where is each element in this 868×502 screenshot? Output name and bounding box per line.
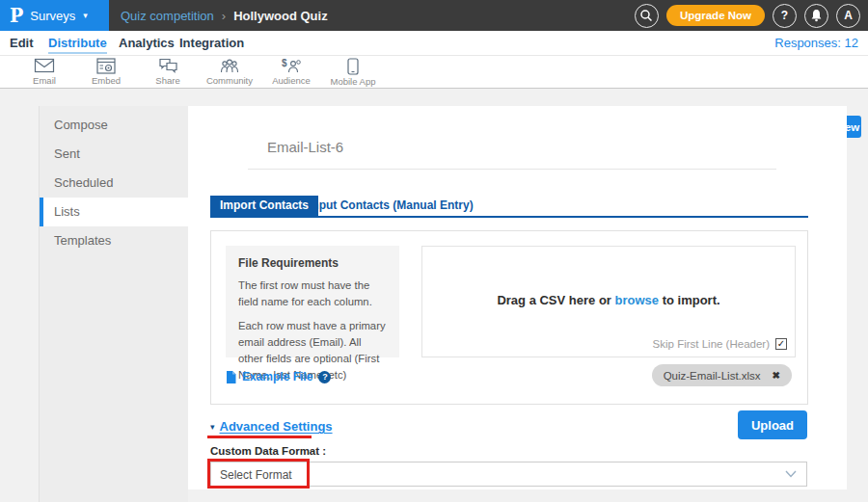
annotation-red-underline — [207, 436, 312, 438]
upload-button[interactable]: Upload — [738, 410, 807, 439]
product-menu-label: Surveys — [30, 9, 75, 23]
surveys-product-menu[interactable]: P Surveys ▾ — [0, 0, 109, 31]
channel-label: Embed — [92, 75, 121, 86]
example-file-link[interactable]: Example File — [242, 370, 312, 383]
breadcrumb: Quiz competition › Hollywood Quiz — [121, 9, 328, 23]
search-button[interactable] — [635, 4, 659, 28]
csv-dropzone[interactable]: Drag a CSV here or browse to import. Ski… — [421, 246, 796, 357]
select-format-value: Select Format — [220, 462, 292, 488]
avatar-letter: A — [844, 9, 853, 22]
caret-down-icon: ▾ — [210, 422, 215, 432]
sidebar-item-sent[interactable]: Sent — [40, 140, 188, 169]
email-sidebar: Compose Sent Scheduled Lists Templates — [39, 106, 188, 502]
channel-label: Community — [206, 75, 253, 86]
tab-input-contacts-manual[interactable]: Input Contacts (Manual Entry) — [301, 196, 481, 216]
help-icon[interactable]: ? — [318, 371, 331, 383]
tab-edit[interactable]: Edit — [10, 36, 34, 50]
skip-first-line-row: Skip First Line (Header) ✓ — [653, 338, 787, 350]
channel-mobile-app[interactable]: Mobile App — [322, 58, 384, 87]
channel-audience[interactable]: $ Audience — [260, 58, 322, 86]
audience-icon: $ — [281, 58, 302, 74]
breadcrumb-separator-icon: › — [222, 9, 226, 23]
tabs-underline — [210, 216, 808, 218]
community-icon — [219, 58, 240, 74]
channel-label: Email — [33, 75, 56, 86]
browse-link[interactable]: browse — [615, 293, 660, 307]
channel-list: Email Embed Share — [0, 56, 868, 88]
responses-count[interactable]: Responses: 12 — [774, 36, 858, 50]
tab-integration[interactable]: Integration — [179, 36, 244, 50]
file-icon — [226, 371, 236, 383]
embed-icon — [96, 58, 116, 74]
channel-embed[interactable]: Embed — [75, 58, 137, 86]
distribute-toolbar: Email Embed Share — [0, 55, 868, 89]
dropzone-text: Drag a CSV here or browse to import. — [422, 293, 795, 307]
chevron-down-icon — [785, 470, 797, 478]
help-button[interactable]: ? — [773, 4, 797, 28]
email-list-title[interactable]: Email-List-6 — [248, 131, 776, 170]
custom-data-format-label: Custom Data Format : — [210, 445, 326, 457]
skip-first-line-checkbox[interactable]: ✓ — [775, 338, 787, 350]
custom-format-select[interactable]: Select Format — [210, 462, 807, 487]
channel-label: Share — [155, 75, 179, 86]
skip-first-line-label: Skip First Line (Header) — [653, 338, 770, 350]
remove-file-icon[interactable]: ✖ — [773, 370, 780, 381]
channel-label: Mobile App — [330, 76, 375, 87]
svg-text:$: $ — [282, 58, 287, 68]
uploaded-file-chip: Quiz-Email-List.xlsx ✖ — [652, 364, 792, 386]
sidebar-item-lists[interactable]: Lists — [40, 198, 188, 226]
account-avatar[interactable]: A — [836, 4, 860, 28]
channel-community[interactable]: Community — [199, 58, 260, 86]
notifications-button[interactable] — [804, 4, 828, 28]
file-requirements-title: File Requirements — [238, 256, 387, 270]
search-icon — [639, 9, 653, 22]
email-icon — [34, 58, 55, 74]
dropzone-text-before: Drag a CSV here or — [497, 293, 614, 307]
example-file-row: Example File ? — [226, 370, 331, 383]
bell-icon — [810, 9, 823, 22]
uploaded-file-name: Quiz-Email-List.xlsx — [664, 370, 761, 382]
file-requirements-box: File Requirements The first row must hav… — [226, 246, 399, 357]
dropzone-text-after: to import. — [659, 293, 720, 307]
tab-analytics[interactable]: Analytics — [119, 36, 175, 50]
mobile-app-icon — [347, 58, 359, 75]
file-requirements-line1: The first row must have the field name f… — [238, 277, 387, 310]
import-contacts-container: File Requirements The first row must hav… — [210, 230, 808, 405]
advanced-settings-toggle[interactable]: ▾ Advanced Settings — [210, 419, 333, 434]
chevron-down-icon: ▾ — [83, 11, 88, 20]
breadcrumb-survey-name[interactable]: Hollywood Quiz — [233, 9, 328, 23]
question-mark-icon: ? — [781, 9, 788, 22]
upgrade-now-button[interactable]: Upgrade Now — [666, 5, 765, 26]
channel-label: Audience — [272, 75, 311, 86]
sidebar-item-templates[interactable]: Templates — [40, 226, 188, 255]
lists-panel: Email-List-6 Import Contacts Input Conta… — [188, 106, 847, 489]
sidebar-item-scheduled[interactable]: Scheduled — [40, 169, 188, 198]
sidebar-item-compose[interactable]: Compose — [40, 111, 188, 140]
channel-share[interactable]: Share — [137, 58, 199, 86]
share-icon — [158, 58, 178, 74]
top-bar: P Surveys ▾ Quiz competition › Hollywood… — [0, 0, 868, 31]
survey-nav: Edit Distribute Analytics Integration Re… — [0, 31, 868, 55]
advanced-settings-label: Advanced Settings — [220, 419, 333, 434]
channel-email[interactable]: Email — [14, 58, 75, 86]
topbar-actions: Upgrade Now ? A — [635, 0, 860, 31]
breadcrumb-folder[interactable]: Quiz competition — [121, 9, 214, 23]
questionpro-logo-icon: P — [10, 4, 23, 26]
tab-distribute[interactable]: Distribute — [48, 36, 107, 54]
